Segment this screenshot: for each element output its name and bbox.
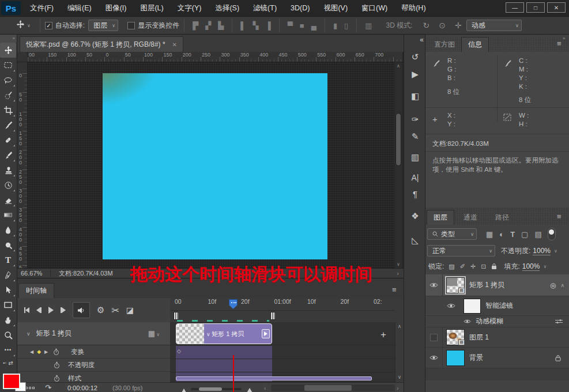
track-collapse-icon[interactable]: ∨ — [27, 331, 31, 337]
timeline-menu-icon[interactable]: ≡ — [392, 285, 397, 294]
notes-panel-icon[interactable]: ◺ — [404, 235, 426, 246]
stopwatch-icon[interactable] — [54, 375, 60, 382]
close-button[interactable]: ✕ — [547, 2, 566, 13]
filter-type-dropdown[interactable]: 类型 — [427, 228, 477, 240]
menu-item[interactable]: 窗口(W) — [355, 0, 394, 16]
menu-item[interactable]: 3D(D) — [284, 0, 316, 16]
brush-panel-icon[interactable]: ✑ — [404, 114, 426, 125]
character-panel-icon[interactable]: A| — [404, 173, 426, 182]
lock-all-icon[interactable] — [491, 263, 497, 270]
track-filmstrip-icon[interactable]: ▦ ∨ — [148, 329, 160, 338]
filter-options-icon[interactable] — [555, 319, 563, 324]
layer-row-background[interactable]: 背景 — [425, 348, 569, 368]
crop-tool[interactable] — [0, 103, 16, 118]
collapse-panels-icon[interactable]: « — [404, 36, 426, 44]
filter-pixel-layers-icon[interactable]: ▦ — [486, 230, 493, 239]
brush-tool[interactable] — [0, 148, 16, 163]
collapse-effects-icon[interactable]: ∧ — [560, 282, 564, 288]
split-at-playhead-icon[interactable]: ✂ — [111, 305, 119, 316]
lasso-tool[interactable] — [0, 73, 16, 88]
lock-artboard-icon[interactable]: ⊡ — [481, 263, 486, 270]
tab-info[interactable]: 信息 — [461, 37, 489, 52]
vertical-ruler[interactable]: 0501001502002503003504004505 — [17, 62, 28, 268]
gradient-tool[interactable] — [0, 208, 16, 223]
filter-toggle[interactable] — [548, 228, 556, 240]
distribute-middle-icon[interactable]: ■ — [300, 21, 304, 30]
foreground-color-swatch[interactable] — [3, 374, 20, 389]
3d-roll-icon[interactable]: ⊙ — [439, 21, 446, 30]
tool-preset-chevron-icon[interactable]: ∨ — [27, 23, 31, 28]
history-brush-tool[interactable] — [0, 178, 16, 193]
fill-chevron-icon[interactable]: ∨ — [543, 264, 547, 269]
3d-rotate-icon[interactable]: ↻ — [423, 21, 430, 30]
layer-row-motion-blur[interactable]: 动感模糊 — [425, 316, 569, 327]
layer-name[interactable]: 背景 — [469, 353, 483, 363]
canvas-artwork[interactable] — [103, 73, 327, 259]
distribute-left-icon[interactable]: ▮ — [333, 21, 337, 30]
move-tool[interactable] — [0, 43, 16, 58]
filter-smart-objects-icon[interactable]: ▤ — [534, 230, 541, 239]
vertical-scrollbar[interactable]: ∧ ∨ — [394, 62, 402, 268]
scrollbar-thumb[interactable] — [395, 113, 401, 166]
zoom-out-icon[interactable] — [182, 386, 186, 392]
status-disclosure-icon[interactable]: › — [397, 270, 399, 277]
paragraph-panel-icon[interactable]: ¶ — [404, 189, 426, 199]
smart-filter-indicator-icon[interactable]: ◎ — [550, 281, 556, 289]
align-horizontal-centers-icon[interactable]: ▚ — [253, 21, 258, 30]
mute-audio-button[interactable] — [73, 302, 90, 318]
fill-value[interactable]: 100% — [522, 262, 540, 271]
tab-paths[interactable]: 路径 — [489, 210, 515, 225]
tab-histogram[interactable]: 直方图 — [428, 37, 461, 52]
properties-panel-icon[interactable]: ◧ — [404, 91, 426, 101]
align-right-edges-icon[interactable]: ▐ — [265, 21, 270, 30]
rectangular-marquee-tool[interactable] — [0, 58, 16, 73]
layer-name[interactable]: 图层 1 — [469, 333, 489, 342]
clip-play-icon[interactable] — [262, 329, 270, 338]
tab-channels[interactable]: 通道 — [457, 210, 484, 225]
timeline-scrollbar-thumb[interactable] — [304, 385, 352, 391]
info-menu-icon[interactable]: ≡ — [557, 39, 562, 48]
timeline-ruler[interactable]: 0010f20f01:00f10f20f02: — [170, 298, 395, 311]
stopwatch-icon[interactable] — [53, 348, 59, 356]
distribute-widths-icon[interactable]: ▥ — [365, 21, 372, 30]
layer-name[interactable]: 智能滤镜 — [485, 301, 513, 311]
layer-thumbnail[interactable]: ▤ — [446, 329, 465, 345]
hand-tool[interactable] — [0, 312, 16, 327]
keyframe-prev-icon[interactable]: ◀ — [30, 349, 33, 355]
spot-healing-brush-tool[interactable] — [0, 133, 16, 148]
actions-panel-icon[interactable]: ▶ — [404, 69, 426, 80]
transition-icon[interactable]: ◪ — [126, 306, 134, 315]
property-row-transform[interactable]: ◀ ◆ ▶ 变换 — [17, 345, 170, 359]
3d-pan-icon[interactable]: ✛ — [455, 21, 462, 30]
auto-select-checkbox[interactable]: ✓ — [45, 22, 52, 29]
keyframe-next-icon[interactable]: ▶ — [44, 349, 48, 355]
dodge-tool[interactable] — [0, 238, 16, 252]
first-frame-button[interactable] — [24, 307, 29, 313]
filter-mask-thumbnail[interactable] — [464, 299, 481, 314]
menu-item[interactable]: 图像(I) — [99, 0, 134, 16]
visibility-toggle[interactable] — [425, 274, 443, 296]
visibility-toggle[interactable] — [425, 296, 459, 315]
type-tool[interactable]: T — [0, 252, 16, 267]
track-header[interactable]: ∨ 矩形 1 拷贝 ▦ ∨ — [17, 322, 170, 345]
default-colors-icon[interactable]: ▪▫ — [3, 360, 6, 365]
menu-item[interactable]: 选择(S) — [208, 0, 246, 16]
menu-item[interactable]: 视图(V) — [316, 0, 355, 16]
align-left-edges-icon[interactable]: ▌ — [240, 21, 246, 30]
eyedropper-tool[interactable] — [0, 118, 16, 133]
3d-panel-icon[interactable]: ❖ — [404, 211, 426, 221]
maximize-button[interactable]: □ — [526, 2, 545, 13]
work-area-start-handle[interactable] — [174, 312, 179, 320]
timeline-tab[interactable]: 时间轴 — [18, 283, 54, 298]
clone-source-panel-icon[interactable]: ▥ — [404, 152, 426, 163]
scroll-down-icon[interactable]: ∨ — [394, 262, 402, 267]
distribute-bottom-icon[interactable]: ▄ — [311, 21, 316, 30]
align-bottom-edges-icon[interactable]: ▙ — [218, 21, 224, 30]
brush-presets-panel-icon[interactable]: ✎ — [404, 131, 426, 142]
rectangle-tool[interactable] — [0, 297, 16, 312]
filter-name[interactable]: 动感模糊 — [476, 316, 503, 326]
tab-layers[interactable]: 图层 — [427, 210, 454, 225]
lock-position-icon[interactable]: ✛ — [470, 263, 476, 270]
lanes-scroll-rail[interactable]: ∧ ∨ — [395, 322, 404, 382]
document-close-icon[interactable]: ✕ — [172, 42, 177, 48]
